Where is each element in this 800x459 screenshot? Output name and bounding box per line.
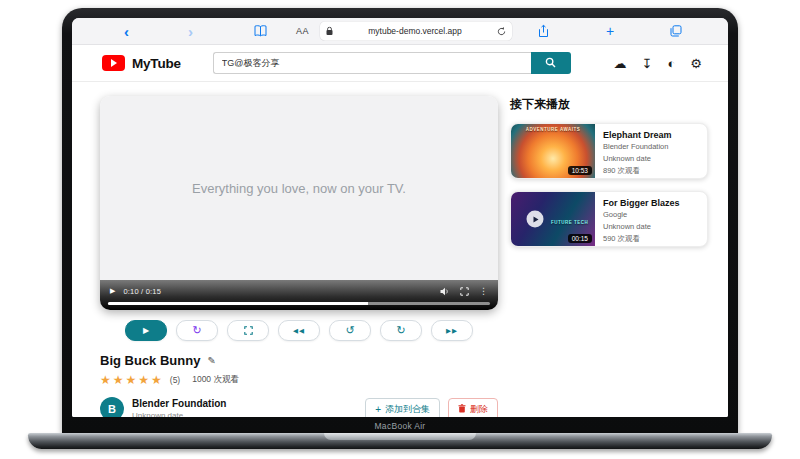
search-button[interactable]	[531, 52, 571, 74]
site-header: MyTube ☁ ↧ ◐ ⚙	[72, 45, 728, 82]
add-to-collection-button[interactable]: + 添加到合集	[365, 398, 440, 418]
back-icon[interactable]: ‹	[124, 24, 129, 39]
laptop-frame: ‹ › AA mytube-demo.vercel.app	[62, 8, 738, 433]
add-to-collection-label: 添加到合集	[385, 403, 430, 416]
header-actions: ☁ ↧ ◐ ⚙	[614, 57, 702, 70]
delete-label: 删除	[470, 403, 488, 416]
new-tab-icon[interactable]: +	[606, 24, 614, 38]
up-next-channel: Blender Foundation	[603, 142, 672, 152]
rewind-button[interactable]: ◀◀	[278, 320, 320, 341]
laptop-lid-notch	[324, 433, 476, 440]
edit-title-icon[interactable]: ✎	[207, 355, 215, 366]
plus-icon: +	[375, 404, 381, 415]
browser-window: ‹ › AA mytube-demo.vercel.app	[72, 18, 728, 417]
up-next-date: Unknown date	[603, 222, 680, 232]
forward-icon[interactable]: ›	[188, 24, 193, 39]
theme-toggle-icon[interactable]: ◐	[667, 57, 675, 70]
video-thumbnail[interactable]: ADVENTURE AWAITS 10:53	[511, 124, 595, 178]
up-next-date: Unknown date	[603, 154, 672, 164]
up-next-title[interactable]: Elephant Dream	[603, 130, 672, 140]
skip-back-button[interactable]: ↺	[329, 320, 371, 341]
play-overlay-icon	[527, 211, 544, 228]
custom-controls-row: ▶ ↻ ◀◀ ↺ ↻ ▶▶	[100, 320, 498, 341]
rating-count: (5)	[170, 375, 180, 385]
address-bar[interactable]: mytube-demo.vercel.app	[320, 22, 512, 41]
thumbnail-caption: ADVENTURE AWAITS	[511, 127, 595, 132]
view-count: 1000 次观看	[192, 374, 239, 386]
reader-text-size[interactable]: AA	[296, 27, 309, 36]
native-video-controls: ▶ 0:10 / 0:15	[100, 280, 498, 310]
loop-button[interactable]: ↻	[176, 320, 218, 341]
video-canvas[interactable]: Everything you love, now on your TV.	[100, 96, 498, 280]
title-row: Big Buck Bunny ✎	[100, 353, 498, 368]
up-next-item[interactable]: ADVENTURE AWAITS 10:53 Elephant Dream Bl…	[510, 123, 708, 179]
channel-row: B Blender Foundation Unknown date + 添加到合…	[100, 397, 498, 417]
rating-row: ★★★★★ (5) 1000 次观看	[100, 373, 498, 387]
lock-icon	[326, 27, 333, 36]
up-next-title[interactable]: For Bigger Blazes	[603, 198, 680, 208]
up-next-heading: 接下来播放	[510, 96, 708, 113]
delete-button[interactable]: 删除	[448, 398, 498, 418]
search-bar	[213, 52, 571, 74]
star-rating[interactable]: ★★★★★	[100, 373, 164, 387]
up-next-sidebar: 接下来播放 ADVENTURE AWAITS 10:53 Elephant Dr…	[510, 96, 708, 417]
seek-bar[interactable]	[108, 302, 490, 305]
up-next-item[interactable]: FUTURE TECH 00:15 For Bigger Blazes Goog…	[510, 191, 708, 247]
reload-icon[interactable]	[497, 26, 506, 36]
channel-name[interactable]: Blender Foundation	[132, 398, 226, 409]
mytube-logo-icon[interactable]	[102, 55, 125, 71]
player-column: Everything you love, now on your TV. ▶ 0…	[100, 96, 498, 417]
browser-toolbar: ‹ › AA mytube-demo.vercel.app	[72, 18, 728, 45]
share-icon[interactable]	[538, 25, 549, 38]
overflow-menu-icon[interactable]: ⋮	[479, 286, 488, 296]
trash-icon	[458, 404, 466, 415]
device-label: MacBook Air	[62, 421, 738, 431]
skip-forward-button[interactable]: ↻	[380, 320, 422, 341]
search-icon	[545, 56, 556, 71]
channel-avatar[interactable]: B	[100, 397, 124, 417]
volume-icon[interactable]	[440, 282, 450, 300]
laptop-base	[28, 433, 772, 449]
tab-overview-icon[interactable]	[670, 25, 682, 37]
cloud-upload-icon[interactable]: ☁	[614, 57, 627, 70]
native-play-icon[interactable]: ▶	[110, 287, 115, 295]
search-input[interactable]	[213, 52, 531, 74]
video-overlay-text: Everything you love, now on your TV.	[192, 181, 406, 196]
seek-progress	[108, 302, 368, 305]
fast-forward-button[interactable]: ▶▶	[431, 320, 473, 341]
up-next-channel: Google	[603, 210, 680, 220]
fullscreen-icon[interactable]	[460, 282, 469, 300]
duration-badge: 00:15	[568, 234, 592, 243]
duration-badge: 10:53	[568, 166, 592, 175]
main-content: Everything you love, now on your TV. ▶ 0…	[72, 82, 728, 417]
video-actions: + 添加到合集 删除	[365, 398, 498, 418]
settings-gear-icon[interactable]: ⚙	[690, 57, 702, 70]
download-icon[interactable]: ↧	[642, 57, 653, 70]
video-title: Big Buck Bunny	[100, 353, 200, 368]
brand-title[interactable]: MyTube	[132, 56, 181, 71]
up-next-views: 890 次观看	[603, 166, 672, 176]
fullscreen-button[interactable]	[227, 320, 269, 341]
up-next-views: 590 次观看	[603, 234, 680, 244]
video-player[interactable]: Everything you love, now on your TV. ▶ 0…	[100, 96, 498, 310]
thumbnail-caption: FUTURE TECH	[551, 220, 588, 226]
url-text: mytube-demo.vercel.app	[333, 27, 497, 36]
upload-date: Unknown date	[132, 411, 226, 417]
time-display: 0:10 / 0:15	[123, 287, 161, 296]
video-thumbnail[interactable]: FUTURE TECH 00:15	[511, 192, 595, 246]
bookmarks-icon[interactable]	[254, 25, 267, 37]
play-button[interactable]: ▶	[125, 320, 167, 341]
